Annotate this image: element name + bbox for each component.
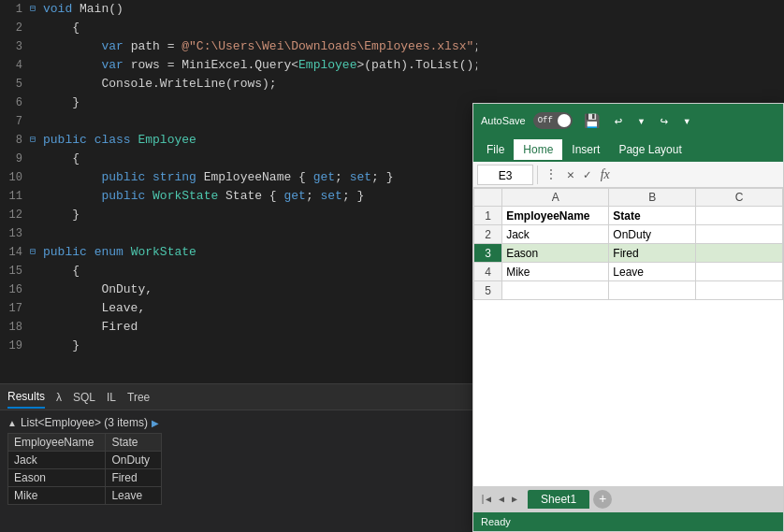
code-content: {	[43, 19, 477, 37]
excel-titlebar: AutoSave Off 💾 ↩ ▾ ↪ ▾	[473, 104, 783, 137]
line-number: 19	[4, 337, 30, 355]
table-row[interactable]: JackOnDuty	[8, 452, 162, 469]
row-header: 2	[474, 225, 502, 244]
save-icon[interactable]: 💾	[580, 111, 603, 131]
code-line: 4 var rows = MiniExcel.Query<Employee>(p…	[0, 56, 477, 75]
tab-[interactable]: λ	[56, 387, 62, 408]
excel-statusbar: Ready	[473, 512, 783, 531]
ribbon-tab-insert[interactable]: Insert	[562, 139, 609, 160]
row-header: 5	[474, 281, 502, 300]
code-content: Fired	[43, 318, 477, 337]
collapse-icon[interactable]: ▲	[7, 418, 17, 428]
code-line: 8⊟public class Employee	[0, 131, 477, 150]
results-area: ▲ List<Employee> (3 items) ▶ EmployeeNam…	[0, 410, 477, 510]
sheet-cell[interactable]: EmployeeName	[502, 207, 609, 225]
undo-dropdown-icon[interactable]: ▾	[633, 111, 648, 131]
cancel-formula-icon[interactable]: ✕	[564, 167, 577, 182]
sheet-cell[interactable]	[696, 225, 783, 244]
line-number: 4	[4, 56, 30, 75]
sheet-cell[interactable]: Mike	[502, 263, 609, 281]
ribbon-tab-file[interactable]: File	[477, 139, 514, 160]
expand-icon[interactable]: ▶	[152, 418, 159, 428]
code-line: 19 }	[0, 337, 477, 355]
code-content: {	[43, 262, 477, 280]
tab-tree[interactable]: Tree	[127, 387, 150, 408]
fold-icon[interactable]: ⊟	[30, 243, 43, 262]
sheet-nav-next[interactable]: ▶	[509, 492, 520, 507]
sheet-cell[interactable]	[502, 281, 609, 300]
code-content: {	[43, 150, 477, 168]
formula-input[interactable]	[617, 168, 779, 181]
table-cell: Jack	[8, 452, 106, 469]
sheet-cell[interactable]: State	[609, 207, 696, 225]
autosave-off-label: Off	[538, 116, 553, 125]
table-row[interactable]: MikeLeave	[8, 487, 162, 505]
toggle-knob	[558, 114, 571, 127]
code-line: 11 public WorkState State { get; set; }	[0, 187, 477, 206]
ribbon-tab-home[interactable]: Home	[514, 139, 562, 160]
col-header-B[interactable]: B	[609, 189, 696, 207]
sheet-row: 4MikeLeave	[474, 263, 783, 281]
ribbon-tab-page-layout[interactable]: Page Layout	[609, 139, 690, 160]
redo-dropdown-icon[interactable]: ▾	[679, 111, 694, 131]
sheet-cell[interactable]	[696, 207, 783, 225]
tab-il[interactable]: IL	[107, 387, 116, 408]
sheet-cell[interactable]	[696, 281, 783, 300]
line-number: 11	[4, 187, 30, 206]
excel-window: AutoSave Off 💾 ↩ ▾ ↪ ▾ FileHomeInsertPag…	[472, 103, 784, 532]
col-header-C[interactable]: C	[696, 189, 783, 207]
autosave-toggle[interactable]: Off	[533, 112, 573, 129]
results-title: List<Employee> (3 items)	[21, 416, 148, 429]
code-content: var path = @"C:\Users\Wei\Downloads\Empl…	[43, 37, 477, 56]
line-number: 7	[4, 112, 30, 131]
add-sheet-button[interactable]: +	[593, 490, 612, 509]
line-number: 15	[4, 262, 30, 280]
sheet-cell[interactable]	[609, 281, 696, 300]
line-number: 14	[4, 243, 30, 262]
code-line: 13	[0, 224, 477, 243]
sheet-cell[interactable]: OnDuty	[609, 225, 696, 244]
sheet-row: 3EasonFired	[474, 244, 783, 263]
table-row[interactable]: EasonFired	[8, 469, 162, 487]
confirm-formula-icon[interactable]: ✓	[581, 167, 594, 182]
table-cell: Leave	[106, 487, 162, 505]
sheet-grid: ABC 1EmployeeNameState2JackOnDuty3EasonF…	[473, 188, 783, 300]
line-number: 9	[4, 150, 30, 168]
sheet-cell[interactable]: Fired	[609, 244, 696, 263]
code-line: 18 Fired	[0, 318, 477, 337]
formula-separator	[537, 165, 538, 184]
line-number: 1	[4, 0, 30, 19]
fold-icon[interactable]: ⊟	[30, 0, 43, 19]
line-number: 18	[4, 318, 30, 337]
formula-menu-icon[interactable]: ⋮	[542, 167, 560, 181]
tab-results[interactable]: Results	[7, 386, 45, 409]
sheet-cell[interactable]: Leave	[609, 263, 696, 281]
line-number: 16	[4, 280, 30, 299]
sheet-tabbar: |◀ ◀ ▶ Sheet1 +	[473, 486, 783, 512]
undo-icon[interactable]: ↩	[611, 111, 626, 131]
sheet-cell[interactable]	[696, 263, 783, 281]
formula-bar: E3 ⋮ ✕ ✓ fx	[473, 162, 783, 188]
sheet-body: 1EmployeeNameState2JackOnDuty3EasonFired…	[474, 207, 783, 300]
sheet-nav-first[interactable]: |◀	[477, 492, 494, 507]
results-col-header: State	[106, 434, 162, 452]
col-header-A[interactable]: A	[502, 189, 609, 207]
sheet-cell[interactable]	[696, 244, 783, 263]
code-content: public class Employee	[43, 131, 477, 150]
sheet-nav-prev[interactable]: ◀	[496, 492, 507, 507]
sheet-tab-sheet1[interactable]: Sheet1	[528, 490, 589, 509]
fx-icon[interactable]: fx	[598, 167, 613, 182]
code-line: 2 {	[0, 19, 477, 37]
code-line: 12 }	[0, 206, 477, 224]
code-content: Leave,	[43, 299, 477, 318]
line-number: 17	[4, 299, 30, 318]
sheet-cell[interactable]: Eason	[502, 244, 609, 263]
results-col-header: EmployeeName	[8, 434, 106, 452]
fold-icon[interactable]: ⊟	[30, 131, 43, 150]
autosave-label: AutoSave	[481, 115, 526, 126]
sheet-cell[interactable]: Jack	[502, 225, 609, 244]
tab-sql[interactable]: SQL	[73, 387, 95, 408]
cell-ref-box[interactable]: E3	[477, 165, 533, 185]
redo-icon[interactable]: ↪	[657, 111, 672, 131]
spreadsheet: ABC 1EmployeeNameState2JackOnDuty3EasonF…	[473, 188, 783, 486]
